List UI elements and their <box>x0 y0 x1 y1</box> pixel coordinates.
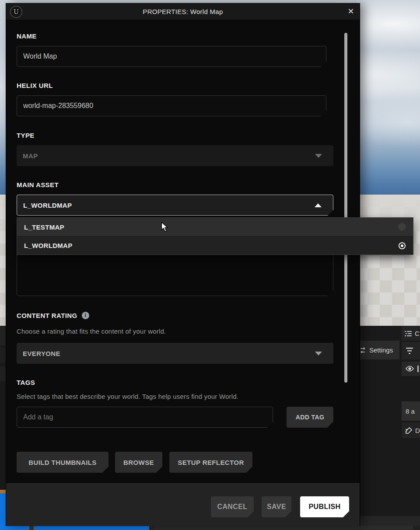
radio-selected-icon <box>399 242 406 249</box>
tab-settings[interactable]: Settings <box>360 341 399 359</box>
helix-url-label: HELIX URL <box>17 82 53 89</box>
bottom-bar <box>413 526 420 530</box>
close-icon[interactable]: ✕ <box>346 6 356 17</box>
left-panel-row <box>0 348 6 363</box>
main-asset-select-value: L_WORLDMAP <box>23 202 72 209</box>
left-panel-row <box>0 326 6 345</box>
bottom-selection-bar <box>0 526 29 530</box>
dialog-footer: CANCEL SAVE PUBLISH <box>6 483 360 526</box>
chevron-down-icon <box>315 154 322 158</box>
left-warning-strip <box>0 490 6 493</box>
main-asset-option-l-testmap[interactable]: L_TESTMAP <box>17 218 413 236</box>
outliner-visibility-row-fragment <box>402 362 420 376</box>
main-asset-dropdown-panel: L_TESTMAP L_WORLDMAP <box>17 217 413 255</box>
tags-label: TAGS <box>17 379 35 386</box>
settings-sliders-icon <box>360 347 365 354</box>
chevron-down-icon <box>315 352 322 356</box>
details-title-fragment: D <box>415 427 420 434</box>
chevron-up-icon <box>315 203 322 207</box>
left-selection-strip <box>0 493 6 530</box>
filter-icon[interactable] <box>406 347 413 355</box>
option-label: L_WORLDMAP <box>24 242 73 249</box>
bottom-bar <box>154 526 413 530</box>
type-label: TYPE <box>17 132 35 139</box>
dialog-titlebar[interactable]: U PROPERTIES: World Map ✕ <box>6 3 360 20</box>
dialog-scrollbar-thumb[interactable] <box>344 33 347 383</box>
bottom-bar-notch <box>149 526 154 530</box>
actor-count-label: 8 a <box>406 408 415 415</box>
details-header-fragment: D <box>402 422 420 438</box>
mouse-cursor <box>160 222 169 234</box>
main-asset-label: MAIN ASSET <box>17 181 59 188</box>
main-asset-select[interactable]: L_WORLDMAP <box>17 195 333 216</box>
bottom-bar-notch <box>29 526 34 530</box>
type-select-value: MAP <box>23 152 38 160</box>
dialog-title: PROPERTIES: World Map <box>6 3 360 20</box>
name-input[interactable] <box>17 46 326 67</box>
setup-reflector-button[interactable]: SETUP REFLECTOR <box>169 452 252 473</box>
option-label: L_TESTMAP <box>24 223 64 231</box>
publish-button[interactable]: PUBLISH <box>300 496 349 517</box>
bottom-panel-fragment <box>360 516 420 526</box>
row-text-fragment <box>417 366 419 372</box>
content-rating-label: CONTENT RATING <box>17 312 77 319</box>
add-tag-button[interactable]: ADD TAG <box>287 407 333 428</box>
outliner-icon[interactable] <box>405 331 412 337</box>
actor-count-fragment: 8 a <box>402 401 420 421</box>
tags-help: Select tags that best describe your worl… <box>17 393 238 400</box>
type-select[interactable]: MAP <box>17 145 333 166</box>
browse-button[interactable]: BROWSE <box>115 452 162 473</box>
content-rating-select[interactable]: EVERYONE <box>17 343 333 364</box>
main-asset-option-l-worldmap[interactable]: L_WORLDMAP <box>17 236 413 255</box>
bottom-selection-bar <box>34 526 149 530</box>
outliner-header-fragment: C <box>402 326 420 341</box>
edit-pencil-icon[interactable] <box>405 427 413 434</box>
helix-url-input[interactable] <box>17 95 326 116</box>
eye-icon[interactable] <box>406 366 414 372</box>
left-panel-row <box>0 366 6 381</box>
save-button[interactable]: SAVE <box>262 496 291 517</box>
name-label: NAME <box>17 32 37 40</box>
radio-unselected-icon <box>398 223 406 231</box>
tag-input[interactable] <box>17 407 273 428</box>
info-icon[interactable]: i <box>82 312 89 319</box>
build-thumbnails-button[interactable]: BUILD THUMBNAILS <box>17 452 108 473</box>
content-rating-help: Choose a rating that fits the content of… <box>17 328 166 335</box>
cancel-button[interactable]: CANCEL <box>211 496 254 517</box>
description-textarea[interactable] <box>17 251 333 296</box>
content-rating-value: EVERYONE <box>23 350 60 357</box>
outliner-title-fragment: C <box>415 330 420 337</box>
properties-dialog: U PROPERTIES: World Map ✕ NAME HELIX URL… <box>6 3 360 526</box>
outliner-filter-fragment <box>402 342 420 359</box>
settings-tab-label: Settings <box>369 346 393 354</box>
